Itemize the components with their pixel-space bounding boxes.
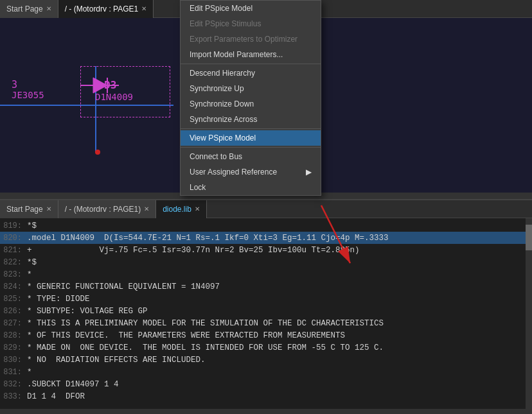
menu-edit-pspice-model[interactable]: Edit PSpice Model [181, 1, 321, 16]
component-label-d1n: D1N4009 [95, 92, 133, 102]
code-line-15: 833:D1 1 4 DFOR [0, 390, 532, 402]
tab-label: Start Page [6, 205, 43, 214]
menu-lock[interactable]: Lock [181, 180, 321, 195]
tab-label: Start Page [6, 4, 43, 13]
component-label-3: 3 [12, 79, 17, 91]
menu-export-parameters[interactable]: Export Parameters to Optimizer [181, 31, 321, 47]
tab-bottom-motordrv[interactable]: / - (Motordrv : PAGE1) ✕ [58, 200, 156, 218]
tab-close-icon[interactable]: ✕ [46, 205, 51, 212]
code-line-1: 819:*$ [0, 220, 532, 232]
menu-item-label: User Assigned Reference [190, 168, 277, 177]
line-number: 822: [3, 258, 27, 267]
code-line-4: 822:*$ [0, 256, 532, 268]
tab-close-icon[interactable]: ✕ [46, 5, 51, 12]
vertical-scrollbar[interactable] [526, 218, 532, 414]
line-number: 831: [3, 368, 27, 377]
code-line-13: 831:* [0, 366, 532, 378]
line-text: * NO RADIATION EFFECTS ARE INCLUDED. [27, 356, 206, 365]
code-line-8: 826:* SUBTYPE: VOLTAGE REG GP [0, 305, 532, 317]
line-text: * TYPE: DIODE [27, 295, 90, 304]
line-number: 832: [3, 380, 27, 389]
tab-bottom-diode-lib[interactable]: diode.lib ✕ [156, 200, 207, 218]
tab-label: / - (Motordrv : PAGE1 [65, 4, 138, 13]
line-text: *$ [27, 258, 37, 267]
line-text: * SUBTYPE: VOLTAGE REG GP [27, 307, 148, 316]
tab-start-page[interactable]: Start Page ✕ [0, 0, 58, 18]
code-line-7: 825:* TYPE: DIODE [0, 293, 532, 305]
tab-motordrv[interactable]: / - (Motordrv : PAGE1 ✕ [58, 0, 154, 18]
code-line-11: 829:* MADE ON ONE DEVICE. THE MODEL IS I… [0, 341, 532, 354]
line-text: * MADE ON ONE DEVICE. THE MODEL IS INTEN… [27, 343, 384, 352]
bottom-tab-bar: Start Page ✕ / - (Motordrv : PAGE1) ✕ di… [0, 200, 532, 218]
line-number: 823: [3, 270, 27, 279]
menu-separator-3 [181, 147, 321, 148]
h-scrollbar-bottom[interactable] [0, 409, 526, 414]
line-text: *$ [27, 221, 37, 230]
menu-edit-pspice-stimulus[interactable]: Edit PSpice Stimulus [181, 16, 321, 31]
code-line-3: 821:+ Vj=.75 Fc=.5 Isr=30.77n Nr=2 Bv=25… [0, 244, 532, 256]
code-line-12: 830:* NO RADIATION EFFECTS ARE INCLUDED. [0, 354, 532, 366]
code-editor: Start Page ✕ / - (Motordrv : PAGE1) ✕ di… [0, 199, 532, 414]
menu-connect-to-bus[interactable]: Connect to Bus [181, 149, 321, 164]
line-number: 826: [3, 307, 27, 316]
line-number: 821: [3, 246, 27, 255]
code-line-5: 823:* [0, 268, 532, 280]
code-line-2: 820:.model D1N4009 D(Is=544.7E-21 N=1 Rs… [0, 232, 532, 244]
line-text: .SUBCKT D1N4097 1 4 [27, 380, 119, 389]
submenu-arrow-icon: ▶ [306, 168, 312, 177]
menu-view-pspice-model[interactable]: View PSpice Model [181, 130, 321, 146]
line-number: 830: [3, 356, 27, 365]
code-line-14: 832:.SUBCKT D1N4097 1 4 [0, 378, 532, 390]
line-number: 824: [3, 282, 27, 291]
line-text: * GENERIC FUNCTIONAL EQUIVALENT = 1N4097 [27, 282, 220, 291]
code-line-9: 827:* THIS IS A PRELIMINARY MODEL FOR TH… [0, 317, 532, 329]
tab-label: / - (Motordrv : PAGE1) [65, 205, 141, 214]
line-number: 833: [3, 392, 27, 401]
menu-sync-across[interactable]: Synchronize Across [181, 112, 321, 127]
line-text: * [27, 368, 32, 377]
menu-sync-up[interactable]: Synchronize Up [181, 81, 321, 96]
tab-close-icon[interactable]: ✕ [195, 205, 200, 212]
line-number: 827: [3, 319, 27, 328]
line-text: D1 1 4 DFOR [27, 392, 85, 401]
menu-separator-1 [181, 64, 321, 64]
code-content-area[interactable]: 819:*$820:.model D1N4009 D(Is=544.7E-21 … [0, 218, 532, 414]
menu-user-assigned-reference[interactable]: User Assigned Reference ▶ [181, 164, 321, 180]
tab-bottom-start-page[interactable]: Start Page ✕ [0, 200, 58, 218]
component-label-d3: D3 [104, 79, 116, 91]
line-text: * [27, 270, 32, 279]
line-number: 820: [3, 234, 27, 243]
tab-close-icon[interactable]: ✕ [144, 205, 149, 212]
code-line-6: 824:* GENERIC FUNCTIONAL EQUIVALENT = 1N… [0, 280, 532, 293]
node-dot [95, 150, 100, 155]
line-number: 828: [3, 331, 27, 340]
menu-descend-hierarchy[interactable]: Descend Hierarchy [181, 65, 321, 81]
context-menu: Edit PSpice Model Edit PSpice Stimulus E… [180, 0, 321, 196]
line-text: + Vj=.75 Fc=.5 Isr=30.77n Nr=2 Bv=25 Ibv… [27, 246, 360, 255]
line-number: 825: [3, 295, 27, 304]
menu-import-parameters[interactable]: Import Model Parameters... [181, 47, 321, 62]
menu-separator-2 [181, 128, 321, 129]
line-text: * THIS IS A PRELIMINARY MODEL FOR THE SI… [27, 319, 384, 328]
line-text: * OF THIS DEVICE. THE PARAMETERS WERE EX… [27, 331, 345, 340]
code-lines: 819:*$820:.model D1N4009 D(Is=544.7E-21 … [0, 218, 532, 404]
scrollbar-thumb[interactable] [526, 225, 532, 250]
line-number: 829: [3, 343, 27, 352]
tab-label: diode.lib [163, 205, 191, 214]
tab-close-icon[interactable]: ✕ [141, 5, 146, 12]
menu-sync-down[interactable]: Synchronize Down [181, 96, 321, 112]
line-number: 819: [3, 221, 27, 230]
component-label-je: JE3055 [12, 90, 44, 100]
code-line-10: 828:* OF THIS DEVICE. THE PARAMETERS WER… [0, 329, 532, 341]
line-text: .model D1N4009 D(Is=544.7E-21 N=1 Rs=.1 … [27, 234, 529, 243]
